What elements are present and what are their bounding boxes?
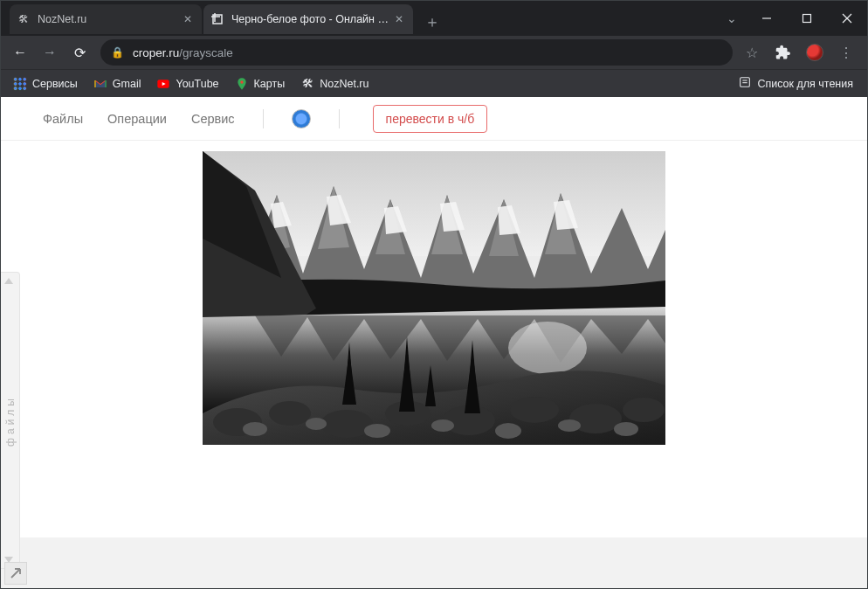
tab-title: NozNet.ru — [38, 13, 177, 25]
reading-list-label: Список для чтения — [757, 78, 853, 90]
bookmark-label: YouTube — [176, 78, 218, 90]
minimize-button[interactable] — [747, 1, 787, 36]
preview-image — [203, 151, 665, 445]
address-bar[interactable]: 🔒 croper.ru/grayscale — [100, 39, 733, 66]
svg-point-25 — [364, 424, 390, 438]
toolbar: ← → ⟳ 🔒 croper.ru/grayscale ☆ ⋮ — [1, 36, 867, 69]
language-icon[interactable] — [292, 109, 311, 128]
menu-button[interactable]: ⋮ — [834, 40, 858, 65]
maximize-button[interactable] — [787, 1, 827, 36]
svg-point-29 — [614, 422, 638, 436]
svg-rect-4 — [803, 15, 811, 23]
reading-list-icon — [738, 75, 752, 92]
bookmark-maps[interactable]: Карты — [230, 73, 291, 94]
url-host: croper.ru — [133, 46, 179, 59]
page-content: Файлы Операции Сервис перевести в ч/б — [1, 97, 867, 588]
bookmark-apps[interactable]: Сервисы — [8, 73, 83, 94]
tab-noznet[interactable]: 🛠 NozNet.ru ✕ — [10, 4, 202, 34]
title-bar: 🛠 NozNet.ru ✕ Черно-белое фото - Онлайн … — [1, 1, 867, 36]
menu-files[interactable]: Файлы — [43, 112, 83, 126]
svg-point-22 — [623, 398, 665, 422]
tab-strip: 🛠 NozNet.ru ✕ Черно-белое фото - Онлайн … — [10, 3, 717, 34]
svg-point-8 — [240, 80, 243, 83]
divider — [263, 109, 264, 128]
close-icon[interactable]: ✕ — [392, 12, 406, 26]
side-files-label: файлы — [4, 395, 17, 447]
menu-operations[interactable]: Операции — [107, 112, 167, 126]
divider — [339, 109, 340, 128]
crop-icon — [210, 12, 224, 26]
svg-point-17 — [320, 410, 373, 438]
svg-point-23 — [243, 422, 267, 436]
browser-window: 🛠 NozNet.ru ✕ Черно-белое фото - Онлайн … — [0, 0, 868, 589]
bookmark-label: NozNet.ru — [320, 78, 369, 90]
svg-point-20 — [510, 397, 559, 423]
bottom-panel — [1, 537, 867, 588]
svg-point-26 — [431, 419, 454, 432]
svg-point-27 — [495, 423, 521, 439]
bookmarks-bar: Сервисы Gmail YouTube Карты 🛠 NozNet.ru — [1, 69, 867, 97]
menu-service[interactable]: Сервис — [191, 112, 235, 126]
svg-point-24 — [306, 418, 327, 430]
bookmark-label: Карты — [254, 78, 286, 90]
convert-bw-button[interactable]: перевести в ч/б — [373, 105, 488, 133]
forward-button[interactable]: → — [36, 38, 64, 66]
bookmark-label: Gmail — [113, 78, 141, 90]
profile-avatar[interactable] — [803, 40, 827, 65]
gmail-icon — [93, 77, 107, 91]
apps-icon — [13, 77, 27, 91]
lock-icon: 🔒 — [111, 46, 124, 59]
url-path: /grayscale — [179, 46, 233, 59]
close-window-button[interactable] — [827, 1, 867, 36]
svg-point-28 — [558, 419, 581, 432]
expand-icon[interactable] — [4, 562, 27, 585]
svg-point-14 — [508, 322, 587, 374]
canvas-area — [1, 141, 867, 588]
side-files-tab[interactable]: файлы — [1, 272, 20, 569]
toolbar-actions: ☆ ⋮ — [740, 40, 862, 65]
star-icon[interactable]: ☆ — [740, 40, 764, 65]
bookmark-gmail[interactable]: Gmail — [88, 73, 147, 94]
wrench-icon: 🛠 — [300, 77, 314, 91]
chevron-down-icon[interactable]: ⌄ — [717, 11, 747, 25]
bookmark-youtube[interactable]: YouTube — [151, 73, 224, 94]
bookmark-noznet[interactable]: 🛠 NozNet.ru — [295, 73, 374, 94]
close-icon[interactable]: ✕ — [181, 12, 195, 26]
window-controls: ⌄ — [717, 1, 867, 36]
wrench-icon: 🛠 — [17, 12, 31, 26]
reload-button[interactable]: ⟳ — [65, 38, 93, 66]
youtube-icon — [156, 77, 170, 91]
maps-icon — [235, 77, 249, 91]
svg-rect-9 — [741, 78, 750, 87]
reading-list-button[interactable]: Список для чтения — [731, 72, 860, 95]
bookmark-label: Сервисы — [32, 78, 78, 90]
back-button[interactable]: ← — [6, 38, 34, 66]
app-toolbar: Файлы Операции Сервис перевести в ч/б — [1, 97, 867, 141]
tab-title: Черно-белое фото - Онлайн фо — [231, 13, 389, 25]
tab-croper[interactable]: Черно-белое фото - Онлайн фо ✕ — [203, 4, 413, 34]
new-tab-button[interactable]: ＋ — [420, 10, 444, 34]
svg-point-16 — [269, 401, 311, 426]
extensions-icon[interactable] — [771, 40, 796, 65]
